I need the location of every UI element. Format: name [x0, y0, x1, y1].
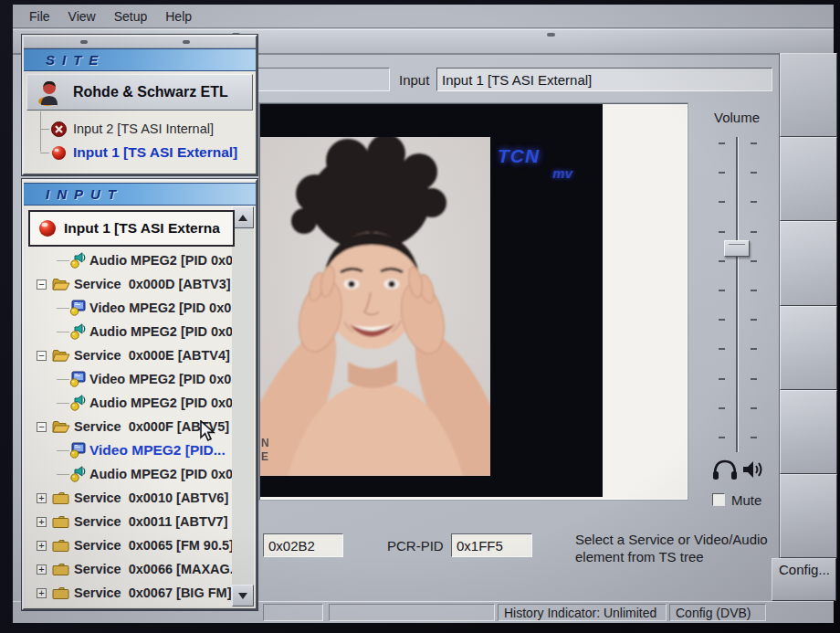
tree-item-service[interactable]: + Service 0x0011 [ABTV7] [28, 510, 232, 533]
folder-icon [52, 420, 70, 434]
scroll-down-button[interactable] [232, 585, 254, 607]
video-icon [69, 300, 86, 316]
collapse-icon[interactable]: − [37, 422, 47, 432]
tree-item-service[interactable]: − Service 0x000E [ABTV4] [28, 343, 232, 367]
folder-icon [52, 539, 70, 553]
site-panel-title: SITE [24, 52, 105, 68]
status-cell-empty [329, 604, 495, 621]
status-history-indicator: History Indicator: Unlimited [498, 604, 667, 621]
input-panel-title: INPUT [24, 186, 123, 202]
site-input-list: Input 2 [TS ASI Internal] Input 1 [TS AS… [24, 113, 256, 164]
tree-item-service[interactable]: + Service 0x0065 [FM 90.5] [28, 533, 232, 557]
tree-item-video[interactable]: Video MPEG2 [PID 0x0... [28, 367, 232, 391]
config-softkey-button[interactable]: Config... [772, 558, 836, 601]
softkey-column [779, 53, 837, 558]
softkey-button[interactable] [780, 221, 837, 305]
pcr-pid-field[interactable]: 0x1FF5 [451, 533, 532, 557]
site-device-row[interactable]: Rohde & Schwarz ETL [26, 74, 253, 111]
ts-tree: Input 1 [TS ASI Externa Audio MPEG2 [PID… [26, 206, 254, 607]
led-icon [51, 145, 67, 161]
pcr-pid-label: PCR-PID [387, 538, 444, 554]
user-device-icon [37, 79, 61, 106]
tree-item-service[interactable]: − Service 0x000D [ABTV3] [28, 272, 232, 296]
site-panel-header[interactable]: SITE [24, 48, 256, 71]
tree-connector [57, 403, 69, 404]
channel-logo: TCN mv [498, 146, 585, 180]
tree-item-video[interactable]: Video MPEG2 [PID 0x0... [28, 296, 232, 320]
hint-text: Select a Service or Video/Audio element … [575, 531, 785, 565]
collapse-icon[interactable]: − [37, 280, 47, 290]
site-input-item[interactable]: Input 2 [TS ASI Internal] [24, 117, 256, 141]
secondary-input-box [245, 68, 390, 91]
tree-connector [57, 260, 69, 261]
tree-item-audio[interactable]: Audio MPEG2 [PID 0x0... [28, 248, 232, 272]
tree-connector [40, 129, 49, 130]
video-overlay-text: N E [261, 437, 269, 464]
audio-icon [69, 466, 86, 482]
headphones-icon [711, 458, 739, 485]
site-panel: SITE Rohde & Schwarz ETL Input 2 [TS ASI… [22, 35, 257, 175]
softkey-button[interactable] [780, 390, 837, 474]
tree-root-label: Input 1 [TS ASI Externa [64, 220, 220, 237]
video-icon [69, 371, 86, 387]
softkey-button[interactable] [780, 53, 837, 137]
error-icon [51, 121, 67, 137]
input-panel-header[interactable]: INPUT [24, 183, 256, 206]
expand-icon[interactable]: + [37, 541, 47, 551]
softkey-button[interactable] [780, 306, 837, 390]
audio-icon [69, 323, 86, 340]
expand-icon[interactable]: + [37, 564, 47, 575]
tree-scrollbar[interactable] [232, 206, 254, 607]
audio-icon [69, 395, 86, 411]
input-label: Input [399, 72, 429, 88]
channel-logo-main: TCN [498, 146, 585, 165]
expand-icon[interactable]: + [37, 517, 47, 527]
tree-item-audio[interactable]: Audio MPEG2 [PID 0x0... [28, 462, 232, 486]
expand-icon[interactable]: + [37, 588, 47, 598]
mute-checkbox[interactable] [712, 493, 725, 506]
arrow-down-icon [238, 593, 247, 599]
folder-icon [52, 278, 70, 291]
folder-icon [52, 515, 70, 529]
tree-item-service[interactable]: + Service 0x0067 [BIG FM] [28, 581, 232, 605]
site-device-label: Rohde & Schwarz ETL [73, 84, 228, 100]
tree-connector [57, 379, 69, 380]
folder-icon [52, 563, 70, 576]
softkey-button[interactable] [780, 137, 837, 221]
volume-label: Volume [714, 110, 760, 125]
tree-connector [57, 308, 69, 309]
tree-item-service[interactable]: + Service 0x0010 [ABTV6] [28, 486, 232, 510]
tree-root-item[interactable]: Input 1 [TS ASI Externa [28, 210, 235, 247]
volume-slider-thumb[interactable] [724, 240, 750, 257]
menu-file[interactable]: File [20, 7, 59, 26]
input-field[interactable]: Input 1 [TS ASI External] [436, 68, 772, 91]
tree-item-service[interactable]: + Service 0x0066 [MAXAG... [28, 557, 232, 581]
tree-item-service[interactable]: + Service 0x0068 [POW... [28, 605, 232, 607]
audio-icon [69, 252, 86, 269]
input-panel: INPUT Input 1 [TS ASI Externa Audio MPEG… [22, 179, 257, 610]
expand-icon[interactable]: + [37, 493, 47, 503]
volume-tick-marks [719, 142, 757, 438]
menu-setup[interactable]: Setup [105, 7, 157, 26]
folder-icon [52, 491, 70, 505]
collapse-icon[interactable]: − [37, 351, 47, 361]
tree-connector [57, 474, 69, 475]
tree-connector [40, 153, 49, 153]
softkey-button[interactable] [780, 474, 837, 558]
status-config-mode: Config (DVB) [669, 604, 766, 621]
menu-help[interactable]: Help [156, 7, 201, 26]
channel-logo-sub: mv [498, 166, 585, 180]
menu-view[interactable]: View [59, 7, 105, 26]
folder-icon [52, 349, 70, 363]
tree-connector [57, 450, 69, 451]
scroll-up-button[interactable] [232, 206, 254, 228]
video-icon [69, 442, 86, 459]
tree-item-audio[interactable]: Audio MPEG2 [PID 0x0... [28, 320, 232, 343]
site-input-item[interactable]: Input 1 [TS ASI External] [24, 141, 256, 164]
led-icon [38, 219, 57, 237]
speaker-icon [741, 459, 765, 484]
site-panel-grip[interactable] [24, 37, 256, 48]
mute-label: Mute [731, 492, 761, 508]
pid-field[interactable]: 0x02B2 [263, 533, 343, 557]
tree-item-audio[interactable]: Audio MPEG2 [PID 0x0... [28, 391, 232, 415]
